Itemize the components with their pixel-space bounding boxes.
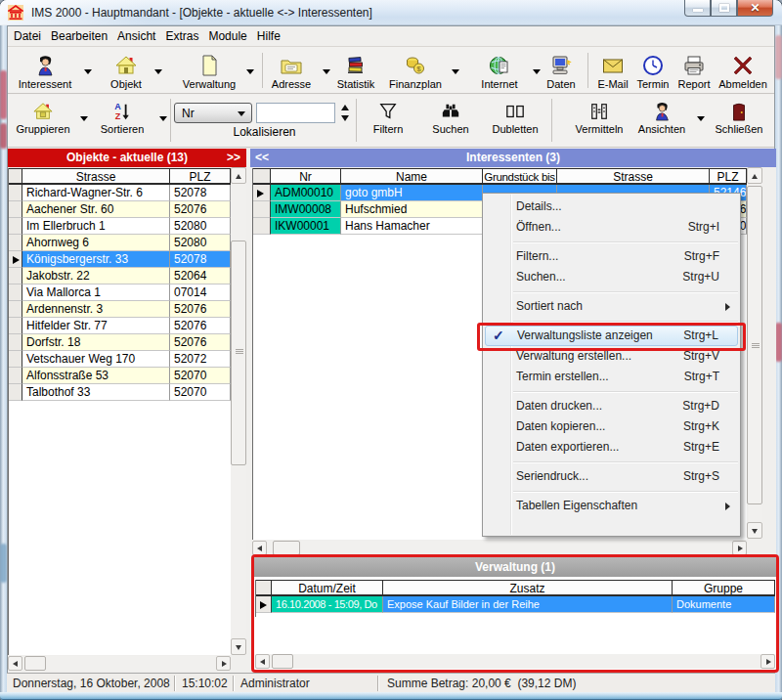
table-row-selected[interactable]: Königsbergerstr. 33 52078: [9, 251, 231, 268]
gruppieren-button[interactable]: Gruppieren: [10, 102, 76, 135]
ansichten-dropdown-icon[interactable]: [697, 116, 705, 121]
scroll-left-icon[interactable]: [252, 541, 267, 555]
table-row[interactable]: Via Mallorca 1 07014: [9, 284, 231, 301]
verwaltung-col-zusatz[interactable]: Zusatz: [383, 580, 673, 596]
dubletten-button[interactable]: Dubletten: [488, 102, 543, 135]
verwaltung-dropdown-icon[interactable]: [246, 69, 254, 74]
filtern-button[interactable]: Filtern: [367, 102, 410, 135]
interessenten-col-nr[interactable]: Nr: [271, 168, 341, 185]
abmelden-button[interactable]: Abmelden: [715, 55, 771, 90]
termin-button[interactable]: Termin: [632, 55, 673, 90]
sortieren-dropdown-icon[interactable]: [159, 116, 167, 121]
objekt-dropdown-icon[interactable]: [154, 69, 162, 74]
report-button[interactable]: Report: [673, 55, 715, 90]
menu-item-daten-kopieren[interactable]: Daten kopieren...Strg+K: [483, 416, 740, 437]
menu-datei[interactable]: Datei: [9, 27, 46, 45]
menu-module[interactable]: Module: [203, 27, 251, 45]
scroll-down-icon[interactable]: [747, 522, 762, 539]
vermitteln-button[interactable]: Vermitteln: [572, 102, 627, 135]
internet-button[interactable]: Internet: [472, 55, 527, 90]
scroll-down-icon[interactable]: [231, 638, 246, 655]
finanzplan-dropdown-icon[interactable]: [452, 69, 459, 74]
table-row[interactable]: Talbothof 33 52070: [9, 384, 231, 401]
objekte-hscrollbar[interactable]: [8, 656, 231, 671]
close-button[interactable]: ✕: [737, 0, 773, 17]
objekte-vscrollbar[interactable]: [231, 167, 246, 655]
menu-item-daten-drucken[interactable]: Daten drucken...Strg+D: [483, 396, 740, 416]
lokalisieren-input[interactable]: [256, 103, 335, 123]
verwaltung-col-datum[interactable]: Datum/Zeit: [272, 580, 383, 596]
table-row[interactable]: Vetschauer Weg 170 52072: [9, 351, 231, 368]
adresse-dropdown-icon[interactable]: [323, 69, 330, 74]
menu-bearbeiten[interactable]: Bearbeiten: [46, 27, 112, 45]
ansichten-button[interactable]: Ansichten: [636, 102, 687, 135]
suchen-button[interactable]: Suchen: [427, 102, 474, 135]
interessenten-col-plz[interactable]: PLZ: [710, 168, 747, 185]
objekte-vscroll-thumb[interactable]: [231, 241, 246, 465]
lokalisieren-field-select[interactable]: Nr: [174, 103, 252, 123]
scroll-left-icon[interactable]: [8, 656, 22, 671]
interessenten-vscroll-thumb[interactable]: [747, 186, 762, 504]
scroll-left-icon[interactable]: [255, 654, 270, 669]
menu-item-termin-erstellen[interactable]: Termin erstellen...Strg+T: [483, 367, 740, 387]
menu-item-daten-exportieren[interactable]: Daten exportieren...Strg+E: [483, 437, 740, 458]
interessenten-vscrollbar[interactable]: [747, 167, 762, 539]
interessenten-col-name[interactable]: Name: [341, 168, 483, 185]
statistik-button[interactable]: Statistik: [330, 55, 381, 90]
table-row-selected[interactable]: 16.10.2008 - 15:09, Do Expose Kauf Bilde…: [256, 596, 775, 613]
verwaltung-hscrollbar[interactable]: [255, 654, 775, 669]
table-row[interactable]: Jakobstr. 22 52064: [9, 268, 231, 284]
table-row[interactable]: Richard-Wagner-Str. 6 52078: [9, 185, 231, 201]
scroll-right-icon[interactable]: [216, 656, 231, 671]
interessent-button[interactable]: Interessent: [0, 55, 90, 90]
left-panel-collapse-icon[interactable]: >>: [227, 149, 240, 167]
finanzplan-button[interactable]: $ Finanzplan: [385, 55, 446, 90]
verwaltung-button[interactable]: Verwaltung: [179, 55, 239, 90]
table-row[interactable]: Alfonsstraße 53 52070: [9, 368, 231, 384]
verwaltung-col-gruppe[interactable]: Gruppe: [673, 580, 775, 596]
scroll-up-icon[interactable]: [231, 167, 246, 184]
minimize-button[interactable]: [684, 0, 711, 17]
menu-item-suchen[interactable]: Suchen...Strg+U: [483, 267, 740, 287]
interessenten-hscrollbar[interactable]: [252, 541, 747, 555]
scroll-right-icon[interactable]: [760, 654, 775, 669]
maximize-button[interactable]: [711, 0, 737, 17]
scroll-up-icon[interactable]: [747, 167, 762, 184]
interessenten-col-grundstueck[interactable]: Grundstück bis: [483, 168, 557, 185]
menu-item-verwaltung-erstellen[interactable]: Verwaltung erstellen...Strg+V: [483, 346, 740, 367]
gruppieren-dropdown-icon[interactable]: [80, 116, 88, 121]
menu-item-details[interactable]: Details...: [483, 197, 740, 217]
menu-item-verwaltungsliste[interactable]: ✓Verwaltungsliste anzeigenStrg+L: [485, 326, 738, 346]
table-row[interactable]: Ahornweg 6 52080: [9, 235, 231, 251]
right-panel-collapse-icon[interactable]: <<: [255, 149, 269, 167]
menu-item-filtern[interactable]: Filtern...Strg+F: [483, 246, 740, 267]
table-row[interactable]: Aachener Str. 60 52076: [9, 201, 231, 218]
objekte-hscroll-thumb[interactable]: [24, 656, 46, 671]
menu-item-sortiert-nach[interactable]: Sortiert nach: [483, 296, 740, 317]
objekte-col-strasse[interactable]: Strasse: [22, 168, 170, 185]
left-panel-header[interactable]: Objekte - aktuelle (13) >>: [8, 149, 246, 167]
scroll-right-icon[interactable]: [732, 541, 747, 555]
table-row[interactable]: Dorfstr. 18 52076: [9, 334, 231, 351]
table-row[interactable]: Im Ellerbruch 1 52080: [9, 218, 231, 235]
interessenten-hscroll-thumb[interactable]: [273, 541, 300, 555]
daten-button[interactable]: Daten: [541, 55, 582, 90]
menu-item-tabellen-eigenschaften[interactable]: Tabellen Eigenschaften: [483, 496, 740, 516]
internet-dropdown-icon[interactable]: [533, 69, 541, 74]
menu-extras[interactable]: Extras: [160, 27, 203, 45]
schliessen-button[interactable]: Schließen: [714, 102, 764, 135]
objekte-col-plz[interactable]: PLZ: [170, 168, 231, 185]
table-row[interactable]: Ardennenstr. 3 52076: [9, 301, 231, 318]
verwaltung-hscroll-thumb[interactable]: [272, 654, 293, 669]
sortieren-button[interactable]: AZ Sortieren: [97, 102, 148, 135]
email-button[interactable]: E-Mail: [592, 55, 633, 90]
menu-hilfe[interactable]: Hilfe: [252, 27, 285, 45]
right-panel-header[interactable]: << Interessenten (3): [250, 149, 776, 167]
menu-item-oeffnen[interactable]: Öffnen...Strg+I: [483, 217, 740, 238]
lokalisieren-spinner[interactable]: [339, 103, 351, 123]
interessenten-col-strasse[interactable]: Strasse: [557, 168, 710, 185]
table-row[interactable]: Hitfelder Str. 77 52076: [9, 318, 231, 334]
menu-ansicht[interactable]: Ansicht: [112, 27, 160, 45]
objekt-button[interactable]: Objekt: [99, 55, 153, 90]
interessent-dropdown-icon[interactable]: [84, 69, 92, 74]
